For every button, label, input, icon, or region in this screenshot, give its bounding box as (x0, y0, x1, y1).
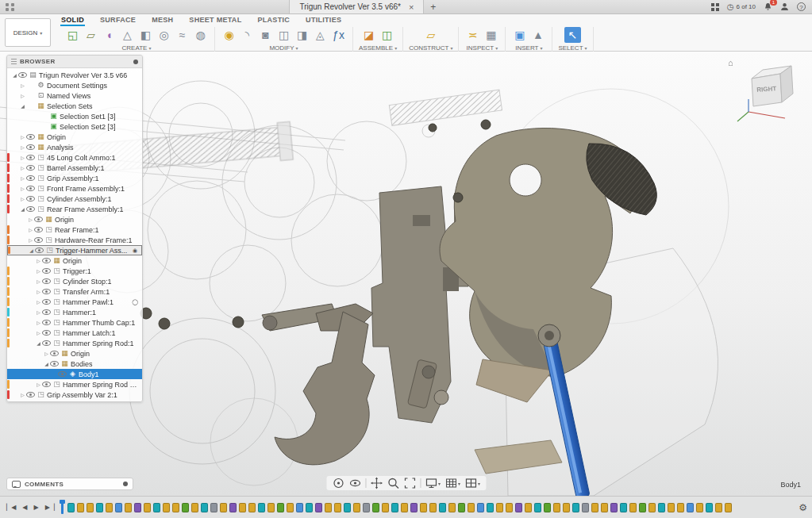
tool-icon[interactable]: ▱ (422, 27, 439, 43)
timeline-control-button[interactable]: ▶▕ (44, 503, 56, 512)
timeline-feature-icon[interactable] (658, 503, 665, 512)
display-settings-icon[interactable]: ▾ (425, 477, 441, 489)
expand-arrow-icon[interactable]: ▷ (35, 289, 42, 294)
timeline-feature-icon[interactable] (563, 503, 570, 512)
visibility-eye-icon[interactable] (50, 359, 60, 368)
expand-arrow-icon[interactable]: ▷ (19, 175, 26, 181)
tree-item[interactable]: ▷ ◳ Barrel Assembly:1 (7, 163, 142, 173)
tool-icon[interactable]: ◨ (294, 27, 310, 43)
close-tab-icon[interactable]: × (409, 3, 414, 11)
zoom-icon[interactable] (387, 477, 399, 489)
timeline-feature-icon[interactable] (144, 503, 151, 512)
ribbon-tab[interactable]: SURFACE (99, 16, 137, 26)
timeline-feature-icon[interactable] (610, 503, 618, 512)
timeline-feature-icon[interactable] (229, 503, 237, 512)
visibility-eye-icon[interactable] (42, 308, 52, 317)
timeline-feature-icon[interactable] (477, 503, 484, 512)
timeline-feature-icon[interactable] (306, 503, 313, 512)
timeline-feature-icon[interactable] (391, 503, 398, 512)
tool-icon[interactable]: ◱ (64, 27, 81, 43)
tree-item[interactable]: ▷ ▦ Origin (7, 348, 142, 359)
tool-icon[interactable]: ▱ (83, 27, 99, 43)
tree-item[interactable]: ▷ ◳ Hardware-Rear Frame:1 (7, 235, 142, 245)
pan-icon[interactable] (370, 477, 383, 489)
expand-arrow-icon[interactable]: ▷ (19, 82, 26, 88)
visibility-eye-icon[interactable] (50, 349, 60, 358)
expand-arrow-icon[interactable]: ▷ (19, 93, 26, 98)
tool-icon[interactable]: ≍ (464, 27, 481, 43)
timeline-feature-icon[interactable] (544, 503, 551, 512)
ribbon-tab[interactable]: SOLID (60, 16, 85, 26)
expand-arrow-icon[interactable]: ◢ (19, 103, 26, 109)
visibility-eye-icon[interactable] (42, 297, 52, 306)
timeline-feature-icon[interactable] (248, 503, 256, 512)
expand-arrow-icon[interactable]: ▷ (27, 227, 34, 232)
timeline-feature-icon[interactable] (296, 503, 303, 512)
expand-arrow-icon[interactable]: ◢ (28, 247, 35, 253)
visibility-eye-icon[interactable] (26, 390, 36, 399)
tool-icon[interactable]: ◖ (101, 27, 117, 43)
ribbon-tab[interactable]: MESH (151, 16, 174, 26)
timeline-feature-icon[interactable] (668, 503, 675, 512)
tree-item[interactable]: ▷ ◳ Cylinder Stop:1 (7, 276, 142, 286)
viewport-canvas[interactable]: ⌂ RIGHT BROWSER ◢ ▤ Tr (0, 52, 812, 496)
expand-arrow-icon[interactable]: ◢ (43, 361, 50, 366)
visibility-eye-icon[interactable] (42, 328, 52, 337)
expand-arrow-icon[interactable]: ▷ (35, 299, 42, 305)
tool-icon[interactable]: ≈ (174, 27, 190, 43)
timeline-control-button[interactable]: ▶ (32, 503, 40, 512)
expand-arrow-icon[interactable]: ▷ (43, 351, 50, 356)
visibility-eye-icon[interactable] (42, 318, 52, 327)
timeline-feature-icon[interactable] (687, 503, 694, 512)
group-label-modify[interactable]: MODIFY▾ (269, 44, 298, 52)
timeline-feature-icon[interactable] (210, 503, 217, 512)
fit-icon[interactable] (403, 477, 416, 489)
visibility-eye-icon[interactable] (26, 194, 36, 203)
timeline-feature-icon[interactable] (67, 503, 75, 512)
timeline-feature-icon[interactable] (77, 503, 84, 512)
tool-icon[interactable]: ◍ (192, 27, 209, 43)
timeline-feature-icon[interactable] (648, 503, 656, 512)
tree-item[interactable]: ▷ ⊡ Named Views (7, 90, 142, 101)
timeline-feature-icon[interactable] (629, 503, 637, 512)
tree-item[interactable]: ▷ ◳ 45 Long Colt Ammo:1 (7, 152, 142, 163)
tree-item[interactable]: ◢ ▦ Bodies (7, 359, 142, 369)
group-label-insert[interactable]: INSERT▾ (515, 44, 542, 52)
expand-arrow-icon[interactable]: ▷ (19, 186, 26, 191)
tree-item[interactable]: ▷ ◳ Trigger:1 (7, 266, 142, 276)
timeline-feature-icon[interactable] (639, 503, 646, 512)
visibility-eye-icon[interactable] (26, 132, 36, 141)
activate-radio-icon[interactable]: ◉ (133, 247, 137, 254)
tree-item[interactable]: ▷ ▦ Origin (7, 132, 142, 142)
expand-arrow-icon[interactable]: ◢ (11, 72, 18, 78)
timeline-feature-icon[interactable] (125, 503, 132, 512)
visibility-eye-icon[interactable] (58, 370, 67, 378)
tree-item[interactable]: ▷ ◳ Hammer Spring Rod Retai... (7, 379, 142, 389)
tree-item[interactable]: ▷ ◳ Rear Frame:1 (7, 224, 142, 235)
tool-icon[interactable]: ◎ (156, 27, 172, 43)
timeline-control-button[interactable]: ◀ (21, 503, 29, 512)
timeline-feature-icon[interactable] (267, 503, 275, 512)
expand-arrow-icon[interactable]: ▷ (19, 155, 26, 160)
timeline-feature-icon[interactable] (725, 503, 732, 512)
tree-item[interactable]: ▣ Selection Set1 [3] (7, 111, 142, 121)
visibility-eye-icon[interactable] (18, 71, 28, 79)
visibility-eye-icon[interactable] (42, 277, 52, 286)
tree-item[interactable]: ▷ ◳ Transfer Arm:1 (7, 286, 142, 297)
ribbon-tab[interactable]: UTILITIES (305, 16, 342, 26)
app-menu-icon[interactable] (5, 2, 16, 12)
group-label-inspect[interactable]: INSPECT▾ (467, 44, 498, 52)
timeline-control-button[interactable]: ▏◀ (5, 503, 17, 512)
visibility-eye-icon[interactable] (42, 287, 52, 296)
timeline-feature-icon[interactable] (96, 503, 103, 512)
timeline-feature-icon[interactable] (506, 503, 513, 512)
comments-options-icon[interactable] (123, 482, 128, 486)
visibility-eye-icon[interactable] (26, 143, 36, 152)
expand-arrow-icon[interactable]: ▷ (19, 392, 26, 397)
expand-arrow-icon[interactable]: ▷ (35, 382, 42, 387)
tool-icon[interactable]: ƒx (330, 27, 347, 43)
tree-item[interactable]: ◢ ◳ Hammer Spring Rod:1 (7, 338, 142, 348)
tree-item[interactable]: ▷ ◳ Hammer Latch:1 (7, 328, 142, 338)
notifications-bell[interactable]: 1 (764, 2, 772, 11)
visibility-eye-icon[interactable] (26, 174, 36, 182)
